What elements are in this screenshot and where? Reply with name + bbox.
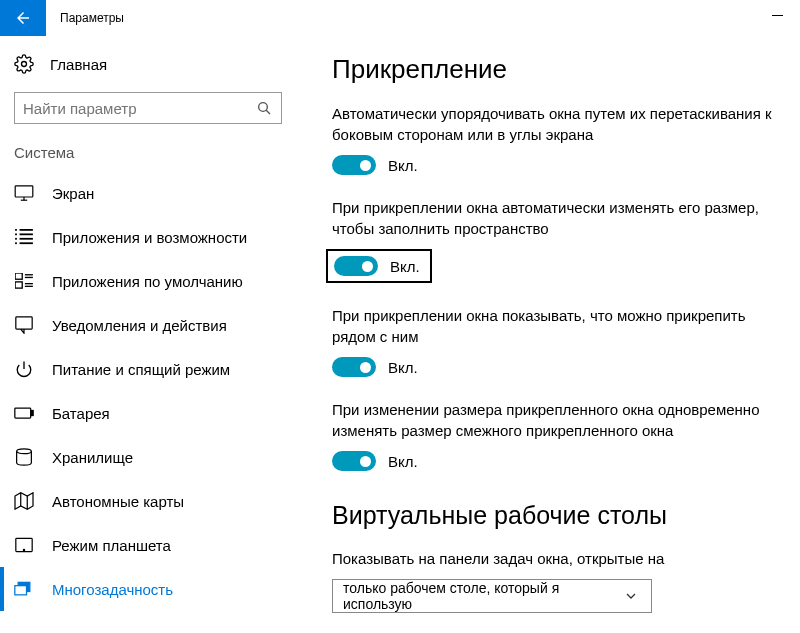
svg-rect-4	[15, 186, 33, 197]
battery-icon	[14, 403, 34, 423]
toggle-snap-adjacent[interactable]	[332, 451, 376, 471]
home-label: Главная	[50, 56, 107, 73]
storage-icon	[14, 447, 34, 467]
toggle-knob	[360, 456, 371, 467]
svg-rect-10	[20, 233, 33, 235]
svg-point-25	[17, 449, 32, 454]
sidebar-item-label: Автономные карты	[52, 493, 184, 510]
svg-rect-14	[20, 242, 33, 244]
toggle-knob	[360, 160, 371, 171]
setting-desc: При изменении размера прикрепленного окн…	[332, 399, 778, 441]
map-icon	[14, 491, 34, 511]
toggle-snap-resize[interactable]	[334, 256, 378, 276]
vd-taskbar-dropdown[interactable]: только рабочем столе, который я использу…	[332, 579, 652, 613]
sidebar-item-default-apps[interactable]: Приложения по умолчанию	[0, 259, 296, 303]
toggle-knob	[360, 362, 371, 373]
toggle-state-label: Вкл.	[388, 453, 418, 470]
setting-desc: Автоматически упорядочивать окна путем и…	[332, 103, 778, 145]
toggle-state-label: Вкл.	[388, 359, 418, 376]
sidebar-item-label: Экран	[52, 185, 94, 202]
notification-icon	[14, 315, 34, 335]
sidebar-item-multitasking[interactable]: Многозадачность	[4, 567, 296, 611]
toggle-knob	[362, 261, 373, 272]
svg-point-30	[23, 549, 24, 550]
arrow-left-icon	[14, 9, 32, 27]
setting-desc: При прикреплении окна показывать, что мо…	[332, 305, 778, 347]
svg-line-3	[266, 110, 270, 114]
defaults-icon	[14, 271, 34, 291]
toggle-state-label: Вкл.	[388, 157, 418, 174]
setting-desc: При прикреплении окна автоматически изме…	[332, 197, 778, 239]
sidebar-item-label: Многозадачность	[52, 581, 173, 598]
toggle-snap-suggest[interactable]	[332, 357, 376, 377]
tablet-icon	[14, 535, 34, 555]
list-icon	[14, 227, 34, 247]
svg-rect-7	[15, 229, 17, 231]
sidebar: Главная Система Экран Приложения и возмо…	[0, 36, 296, 633]
svg-rect-0	[772, 15, 783, 16]
dropdown-value: только рабочем столе, который я использу…	[343, 580, 622, 612]
sidebar-item-label: Приложения и возможности	[52, 229, 247, 246]
multitask-icon	[14, 579, 34, 599]
sidebar-item-tablet[interactable]: Режим планшета	[0, 523, 296, 567]
sidebar-item-maps[interactable]: Автономные карты	[0, 479, 296, 523]
heading-snap: Прикрепление	[332, 54, 778, 85]
sidebar-item-label: Питание и спящий режим	[52, 361, 230, 378]
sidebar-item-apps[interactable]: Приложения и возможности	[0, 215, 296, 259]
heading-virtual-desktops: Виртуальные рабочие столы	[332, 501, 778, 530]
home-nav[interactable]: Главная	[0, 46, 296, 82]
search-field[interactable]	[23, 100, 254, 117]
svg-rect-13	[15, 242, 17, 244]
search-icon	[254, 98, 273, 118]
monitor-icon	[14, 183, 34, 203]
svg-rect-24	[32, 411, 34, 416]
section-header: Система	[0, 138, 296, 171]
svg-rect-16	[15, 282, 22, 288]
minimize-button[interactable]	[755, 0, 800, 30]
highlighted-toggle: Вкл.	[326, 249, 432, 283]
svg-rect-11	[15, 238, 17, 240]
vd-taskbar-label: Показывать на панели задач окна, открыты…	[332, 548, 778, 569]
svg-point-1	[22, 62, 27, 67]
back-button[interactable]	[0, 0, 46, 36]
sidebar-item-label: Батарея	[52, 405, 110, 422]
svg-rect-12	[20, 238, 33, 240]
sidebar-item-display[interactable]: Экран	[0, 171, 296, 215]
minimize-icon	[772, 10, 783, 21]
sidebar-item-label: Уведомления и действия	[52, 317, 227, 334]
toggle-state-label: Вкл.	[390, 258, 420, 275]
svg-rect-8	[20, 229, 33, 231]
main-panel: Прикрепление Автоматически упорядочивать…	[296, 36, 800, 633]
svg-rect-32	[15, 586, 27, 595]
app-title: Параметры	[60, 11, 124, 25]
svg-marker-26	[15, 493, 33, 509]
svg-rect-23	[15, 408, 31, 418]
sidebar-item-storage[interactable]: Хранилище	[0, 435, 296, 479]
svg-rect-9	[15, 233, 17, 235]
sidebar-item-label: Приложения по умолчанию	[52, 273, 243, 290]
toggle-snap-arrange[interactable]	[332, 155, 376, 175]
gear-icon	[14, 54, 34, 74]
chevron-down-icon	[622, 586, 641, 606]
power-icon	[14, 359, 34, 379]
sidebar-item-label: Режим планшета	[52, 537, 171, 554]
sidebar-item-power[interactable]: Питание и спящий режим	[0, 347, 296, 391]
svg-point-2	[258, 103, 267, 112]
svg-rect-15	[15, 273, 22, 279]
sidebar-item-notifications[interactable]: Уведомления и действия	[0, 303, 296, 347]
search-input[interactable]	[14, 92, 282, 124]
sidebar-item-label: Хранилище	[52, 449, 133, 466]
sidebar-item-battery[interactable]: Батарея	[0, 391, 296, 435]
svg-rect-21	[16, 317, 32, 329]
